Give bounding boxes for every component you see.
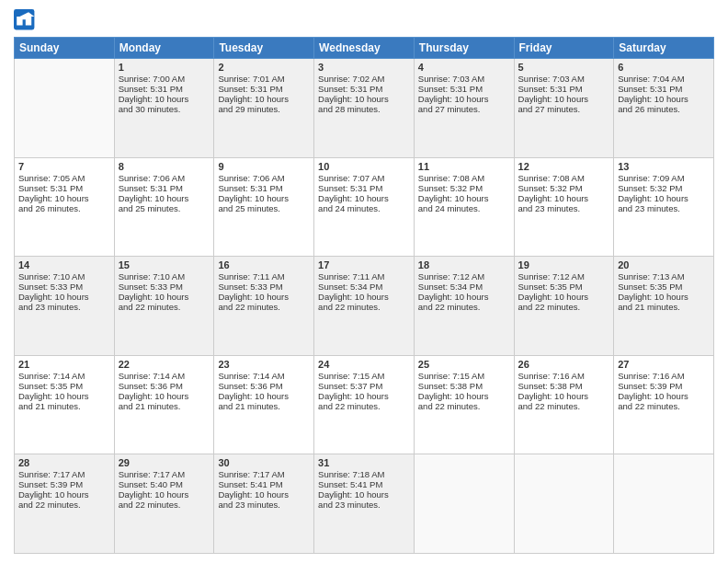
day-info: and 22 minutes. (119, 500, 210, 510)
day-info: and 21 minutes. (119, 401, 210, 411)
day-info: Daylight: 10 hours (418, 94, 510, 104)
calendar-cell: 28Sunrise: 7:17 AMSunset: 5:39 PMDayligh… (15, 454, 115, 554)
day-info: Sunrise: 7:03 AM (418, 74, 510, 84)
day-info: Daylight: 10 hours (418, 292, 510, 302)
day-info: Sunrise: 7:15 AM (318, 371, 410, 381)
day-number: 4 (418, 62, 510, 73)
calendar-cell: 27Sunrise: 7:16 AMSunset: 5:39 PMDayligh… (614, 355, 714, 454)
day-info: Sunrise: 7:12 AM (418, 271, 510, 282)
day-info: Sunset: 5:31 PM (318, 183, 410, 193)
header-cell-sunday: Sunday (15, 38, 115, 59)
day-info: Sunrise: 7:17 AM (218, 469, 310, 479)
day-number: 16 (218, 259, 310, 270)
day-info: and 28 minutes. (318, 104, 410, 114)
day-info: and 22 minutes. (18, 500, 110, 510)
calendar-cell: 30Sunrise: 7:17 AMSunset: 5:41 PMDayligh… (214, 454, 314, 554)
week-row-1: 1Sunrise: 7:00 AMSunset: 5:31 PMDaylight… (15, 59, 714, 158)
day-info: Sunrise: 7:16 AM (618, 371, 710, 381)
calendar-cell: 17Sunrise: 7:11 AMSunset: 5:34 PMDayligh… (314, 257, 415, 356)
day-info: Daylight: 10 hours (218, 193, 310, 203)
day-info: Daylight: 10 hours (218, 94, 310, 104)
day-info: and 23 minutes. (618, 203, 710, 213)
day-info: Sunrise: 7:05 AM (18, 173, 110, 183)
logo (14, 9, 40, 31)
day-info: Daylight: 10 hours (119, 292, 210, 302)
day-info: and 23 minutes. (318, 500, 410, 510)
header-cell-wednesday: Wednesday (314, 38, 415, 59)
day-info: Sunrise: 7:09 AM (618, 173, 710, 183)
day-number: 29 (119, 457, 210, 468)
day-info: Sunrise: 7:08 AM (418, 173, 510, 183)
day-info: Daylight: 10 hours (18, 391, 110, 401)
day-info: and 23 minutes. (518, 203, 610, 213)
day-info: Daylight: 10 hours (618, 292, 710, 302)
calendar-cell: 14Sunrise: 7:10 AMSunset: 5:33 PMDayligh… (15, 257, 115, 356)
day-info: Daylight: 10 hours (119, 391, 210, 401)
calendar-cell: 10Sunrise: 7:07 AMSunset: 5:31 PMDayligh… (314, 157, 415, 257)
day-info: Sunset: 5:33 PM (18, 282, 110, 292)
calendar-cell: 16Sunrise: 7:11 AMSunset: 5:33 PMDayligh… (214, 257, 314, 356)
day-info: and 22 minutes. (218, 302, 310, 312)
header-cell-monday: Monday (114, 38, 214, 59)
day-info: and 21 minutes. (18, 401, 110, 411)
day-info: Sunset: 5:41 PM (318, 479, 410, 489)
day-number: 26 (518, 359, 610, 370)
day-info: Sunrise: 7:03 AM (518, 74, 610, 84)
day-info: Daylight: 10 hours (18, 193, 110, 203)
calendar-cell: 23Sunrise: 7:14 AMSunset: 5:36 PMDayligh… (214, 355, 314, 454)
calendar-cell: 11Sunrise: 7:08 AMSunset: 5:32 PMDayligh… (414, 157, 514, 257)
day-info: Sunset: 5:36 PM (218, 381, 310, 391)
week-row-3: 14Sunrise: 7:10 AMSunset: 5:33 PMDayligh… (15, 257, 714, 356)
day-info: Daylight: 10 hours (318, 489, 410, 500)
day-info: Daylight: 10 hours (518, 193, 610, 203)
day-info: Sunset: 5:31 PM (518, 84, 610, 94)
calendar-cell: 18Sunrise: 7:12 AMSunset: 5:34 PMDayligh… (414, 257, 514, 356)
day-info: and 21 minutes. (618, 302, 710, 312)
day-number: 20 (618, 259, 710, 270)
day-info: and 23 minutes. (18, 302, 110, 312)
header-row: SundayMondayTuesdayWednesdayThursdayFrid… (15, 38, 714, 59)
day-info: Sunset: 5:31 PM (218, 84, 310, 94)
day-info: Sunrise: 7:07 AM (318, 173, 410, 183)
day-number: 13 (618, 161, 710, 172)
calendar-cell: 21Sunrise: 7:14 AMSunset: 5:35 PMDayligh… (15, 355, 115, 454)
day-info: Sunset: 5:39 PM (18, 479, 110, 489)
day-number: 2 (218, 62, 310, 73)
day-info: and 25 minutes. (218, 203, 310, 213)
day-info: Sunrise: 7:17 AM (119, 469, 210, 479)
day-info: and 22 minutes. (318, 401, 410, 411)
logo-icon (14, 9, 36, 31)
day-number: 19 (518, 259, 610, 270)
day-info: Sunrise: 7:02 AM (318, 74, 410, 84)
day-info: Sunrise: 7:01 AM (218, 74, 310, 84)
calendar-cell: 13Sunrise: 7:09 AMSunset: 5:32 PMDayligh… (614, 157, 714, 257)
calendar-cell: 31Sunrise: 7:18 AMSunset: 5:41 PMDayligh… (314, 454, 415, 554)
calendar-cell: 20Sunrise: 7:13 AMSunset: 5:35 PMDayligh… (614, 257, 714, 356)
day-info: Sunset: 5:37 PM (318, 381, 410, 391)
calendar-table: SundayMondayTuesdayWednesdayThursdayFrid… (14, 37, 714, 554)
day-info: Sunrise: 7:06 AM (119, 173, 210, 183)
week-row-2: 7Sunrise: 7:05 AMSunset: 5:31 PMDaylight… (15, 157, 714, 257)
day-info: Daylight: 10 hours (218, 391, 310, 401)
week-row-5: 28Sunrise: 7:17 AMSunset: 5:39 PMDayligh… (15, 454, 714, 554)
day-number: 9 (218, 161, 310, 172)
day-number: 21 (18, 359, 110, 370)
day-info: Daylight: 10 hours (119, 193, 210, 203)
day-info: and 25 minutes. (119, 203, 210, 213)
day-info: Daylight: 10 hours (618, 391, 710, 401)
day-number: 28 (18, 457, 110, 468)
day-info: Sunrise: 7:14 AM (18, 371, 110, 381)
calendar-cell (614, 454, 714, 554)
day-info: Sunset: 5:35 PM (18, 381, 110, 391)
calendar-cell (15, 59, 115, 158)
calendar-cell: 26Sunrise: 7:16 AMSunset: 5:38 PMDayligh… (514, 355, 614, 454)
day-info: Daylight: 10 hours (18, 489, 110, 500)
day-info: Sunrise: 7:11 AM (318, 271, 410, 282)
day-info: Sunrise: 7:11 AM (218, 271, 310, 282)
day-info: Sunset: 5:31 PM (119, 84, 210, 94)
calendar-cell: 25Sunrise: 7:15 AMSunset: 5:38 PMDayligh… (414, 355, 514, 454)
header-cell-thursday: Thursday (414, 38, 514, 59)
day-info: Daylight: 10 hours (618, 193, 710, 203)
day-info: Daylight: 10 hours (318, 193, 410, 203)
day-info: Sunrise: 7:16 AM (518, 371, 610, 381)
